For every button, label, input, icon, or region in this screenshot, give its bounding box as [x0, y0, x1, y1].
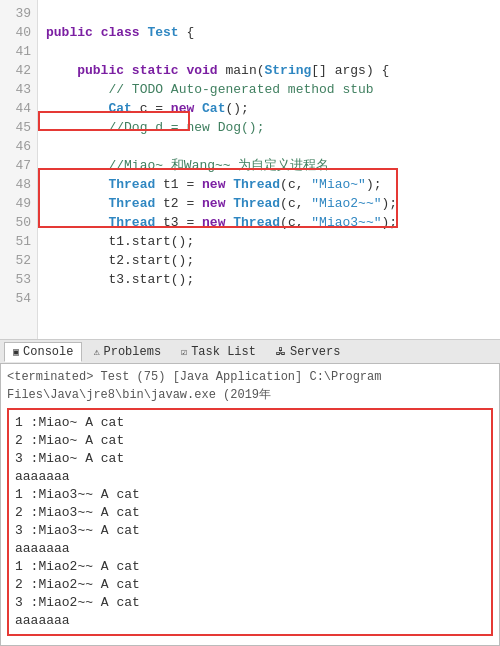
- code-line: [46, 4, 492, 23]
- console-output-inner: 1 :Miao~ A cat2 :Miao~ A cat3 :Miao~ A c…: [7, 408, 493, 636]
- console-tab-console[interactable]: ▣Console: [4, 342, 82, 362]
- tab-icon: ☑: [181, 346, 187, 358]
- keyword-token: new: [202, 215, 225, 230]
- normal-token: {: [179, 25, 195, 40]
- keyword-token: void: [186, 63, 217, 78]
- console-output-line: 1 :Miao~ A cat: [15, 414, 485, 432]
- line-number: 43: [6, 80, 31, 99]
- normal-token: t1.start();: [46, 234, 194, 249]
- normal-token: [46, 120, 108, 135]
- normal-token: t1 =: [155, 177, 202, 192]
- type-token: Thread: [233, 196, 280, 211]
- console-tabs: ▣Console⚠Problems☑Task List🖧Servers: [0, 340, 500, 364]
- code-line: Thread t2 = new Thread(c, "Miao2~~");: [46, 194, 492, 213]
- code-line: [46, 289, 492, 308]
- console-header: <terminated> Test (75) [Java Application…: [7, 368, 493, 404]
- console-output-line: 1 :Miao2~~ A cat: [15, 558, 485, 576]
- code-line: t1.start();: [46, 232, 492, 251]
- type-token: Thread: [233, 215, 280, 230]
- tab-label: Servers: [290, 345, 340, 359]
- code-line: Thread t1 = new Thread(c, "Miao~");: [46, 175, 492, 194]
- code-line: t3.start();: [46, 270, 492, 289]
- line-number: 47: [6, 156, 31, 175]
- code-line: Thread t3 = new Thread(c, "Miao3~~");: [46, 213, 492, 232]
- console-output-line: 2 :Miao2~~ A cat: [15, 576, 485, 594]
- keyword-token: public: [77, 63, 124, 78]
- code-container: 39404142434445464748495051525354 public …: [0, 0, 500, 339]
- code-line: Cat c = new Cat();: [46, 99, 492, 118]
- line-number: 40: [6, 23, 31, 42]
- normal-token: [124, 63, 132, 78]
- tab-label: Task List: [191, 345, 256, 359]
- keyword-token: static: [132, 63, 179, 78]
- console-output-line: 1 :Miao3~~ A cat: [15, 486, 485, 504]
- line-number: 48: [6, 175, 31, 194]
- console-output-line: 3 :Miao3~~ A cat: [15, 522, 485, 540]
- keyword-token: public: [46, 25, 93, 40]
- normal-token: [46, 196, 108, 211]
- normal-token: t3 =: [155, 215, 202, 230]
- line-number: 39: [6, 4, 31, 23]
- string-token: "Miao3~~": [311, 215, 381, 230]
- comment-token: //Miao~ 和Wang~~ 为自定义进程名: [108, 158, 329, 173]
- console-tab-problems[interactable]: ⚠Problems: [84, 342, 170, 362]
- console-output[interactable]: <terminated> Test (75) [Java Application…: [0, 364, 500, 646]
- type-token: Thread: [108, 215, 155, 230]
- type-token: Test: [147, 25, 178, 40]
- normal-token: ();: [225, 101, 248, 116]
- keyword-token: new: [171, 101, 194, 116]
- code-line: //Dog d = new Dog();: [46, 118, 492, 137]
- code-line: [46, 137, 492, 156]
- line-number: 50: [6, 213, 31, 232]
- normal-token: [46, 101, 108, 116]
- type-token: Cat: [202, 101, 225, 116]
- type-token: Thread: [108, 196, 155, 211]
- keyword-token: new: [202, 196, 225, 211]
- console-tab-servers[interactable]: 🖧Servers: [267, 342, 349, 362]
- code-line: public class Test {: [46, 23, 492, 42]
- console-output-line: aaaaaaa: [15, 468, 485, 486]
- line-number: 53: [6, 270, 31, 289]
- console-area: ▣Console⚠Problems☑Task List🖧Servers <ter…: [0, 340, 500, 646]
- line-numbers: 39404142434445464748495051525354: [0, 0, 38, 339]
- type-token: Thread: [108, 177, 155, 192]
- comment-token: // TODO Auto-generated method stub: [108, 82, 373, 97]
- code-line: t2.start();: [46, 251, 492, 270]
- normal-token: [46, 177, 108, 192]
- code-lines[interactable]: public class Test { public static void m…: [38, 0, 500, 339]
- console-tab-task-list[interactable]: ☑Task List: [172, 342, 265, 362]
- type-token: Thread: [233, 177, 280, 192]
- keyword-token: class: [101, 25, 140, 40]
- line-number: 41: [6, 42, 31, 61]
- normal-token: main(: [218, 63, 265, 78]
- string-token: "Miao2~~": [311, 196, 381, 211]
- line-number: 44: [6, 99, 31, 118]
- line-number: 52: [6, 251, 31, 270]
- normal-token: [46, 82, 108, 97]
- editor-area: 39404142434445464748495051525354 public …: [0, 0, 500, 340]
- console-output-line: 3 :Miao2~~ A cat: [15, 594, 485, 612]
- console-output-line: aaaaaaa: [15, 540, 485, 558]
- normal-token: );: [366, 177, 382, 192]
- keyword-token: new: [202, 177, 225, 192]
- normal-token: (c,: [280, 215, 311, 230]
- string-token: "Miao~": [311, 177, 366, 192]
- line-number: 51: [6, 232, 31, 251]
- console-output-line: 3 :Miao~ A cat: [15, 450, 485, 468]
- tab-label: Problems: [103, 345, 161, 359]
- normal-token: [46, 215, 108, 230]
- normal-token: [46, 158, 108, 173]
- normal-token: (c,: [280, 177, 311, 192]
- normal-token: c =: [132, 101, 171, 116]
- normal-token: t2.start();: [46, 253, 194, 268]
- normal-token: );: [382, 215, 398, 230]
- console-output-line: aaaaaaa: [15, 612, 485, 630]
- normal-token: );: [382, 196, 398, 211]
- code-line: [46, 42, 492, 61]
- normal-token: [] args) {: [311, 63, 389, 78]
- code-line: //Miao~ 和Wang~~ 为自定义进程名: [46, 156, 492, 175]
- comment-token: //Dog d = new Dog();: [108, 120, 264, 135]
- console-output-line: 2 :Miao~ A cat: [15, 432, 485, 450]
- normal-token: [93, 25, 101, 40]
- tab-label: Console: [23, 345, 73, 359]
